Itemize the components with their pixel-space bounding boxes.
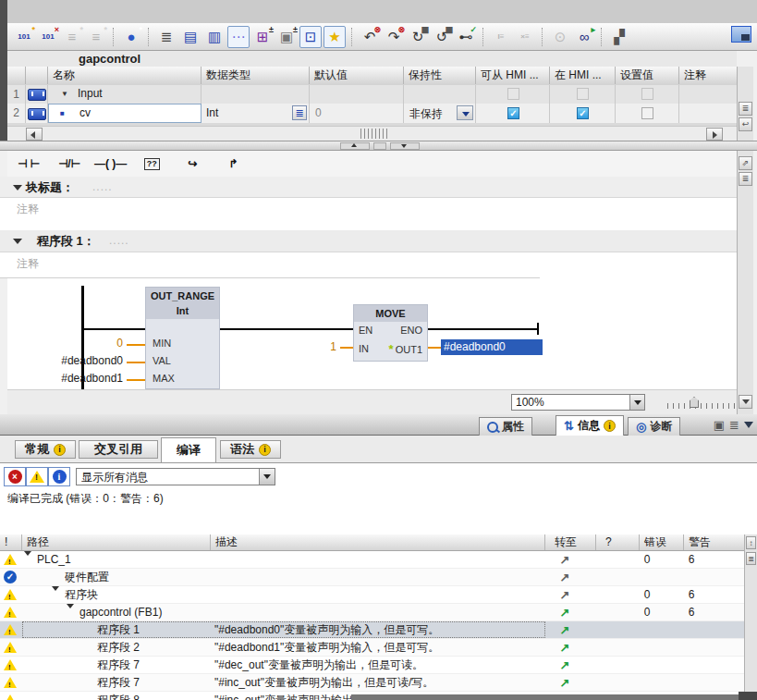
message-row[interactable]: !程序段 1"#deadbond0"变量被声明为输入，但是可写。↗ [0,621,744,639]
col-status[interactable]: ! [0,534,22,550]
col-path[interactable]: 路径 [22,534,211,550]
retain-cell[interactable]: 非保持 [404,104,476,123]
scroll-down-button[interactable] [739,395,752,409]
pane-splitter[interactable] [0,141,757,151]
col-errors[interactable]: 错误 [640,534,684,550]
col-goto[interactable]: 转至 [545,534,596,550]
val-operand[interactable]: #deadbond0 [7,354,123,367]
name-edit-cell[interactable]: ■ cv [48,104,201,123]
ladder-canvas[interactable]: OUT_RANGE Int MIN VAL MAX 0 #deadbond0 #… [7,278,737,389]
retain-dropdown-button[interactable] [457,105,473,120]
move-out-operand-selected[interactable]: #deadbond0 [441,339,543,355]
search-icon[interactable]: ⊙ [549,26,571,48]
message-vscrollbar[interactable]: ↕ ≣ [744,534,757,700]
block-title-placeholder[interactable]: ..... [92,180,113,193]
insert-row-icon[interactable]: ≡* [61,26,83,48]
collapse-arrow-icon[interactable] [13,185,22,190]
goto-arrow-icon[interactable]: ↗ [551,639,579,657]
scroll-menu-icon[interactable]: ≣ [746,552,756,565]
zoom-slider[interactable] [667,398,737,409]
col-description[interactable]: 描述 [211,534,545,550]
var-row-input[interactable]: 1 ▼ Input [7,85,737,104]
comment-cell[interactable] [679,104,737,123]
setpoint-checkbox[interactable] [641,107,653,119]
retain-cell[interactable] [404,85,476,104]
default-cell[interactable]: 0 [310,104,404,123]
splitter-up-button[interactable] [340,142,370,150]
delete-network-icon[interactable]: 101× [37,26,59,48]
goto-arrow-icon[interactable]: ↗ [551,551,579,569]
col-hmi-visible[interactable]: 在 HMI ... [550,67,616,84]
zoom-combobox[interactable]: 100% [511,394,645,411]
filter-info-button[interactable]: i [48,467,70,486]
load-snapshot-icon[interactable]: ↻▦ [407,26,429,48]
message-row[interactable]: ✓硬件配置↗ [0,569,744,586]
keep-actual-values-icon[interactable]: ●* [120,26,142,48]
message-row[interactable]: !程序段 7"#dec_out"变量被声明为输出，但是可读。↗ [0,657,744,674]
open-branch-button[interactable]: ↪ [173,153,212,175]
pan-tool-icon[interactable]: ⇗ [739,156,752,170]
col-question[interactable]: ? [596,534,640,550]
message-row[interactable]: !PLC_1↗06 [0,551,744,569]
subtab-compile[interactable]: 编译 [161,437,216,462]
editor-layout-icon[interactable] [731,26,751,43]
goto-arrow-icon[interactable]: ↗ [551,621,579,639]
filter-warnings-button[interactable]: ! [26,467,48,486]
close-branch-button[interactable]: ↱ [214,153,252,175]
subtab-general[interactable]: 常规 i [15,440,76,459]
network-1-title-placeholder[interactable]: ..... [109,234,129,247]
snapshot-camera-icon[interactable]: ▣± [275,26,298,48]
collapse-panel-icon[interactable] [744,422,753,428]
setpoint-checkbox[interactable] [641,88,653,100]
datatype-browse-button[interactable]: ≣ [292,105,307,120]
splitter-handle[interactable] [373,142,386,150]
tab-info[interactable]: ⇅ 信息 i [556,415,624,436]
redo-icon[interactable]: ↷⊗ [383,26,405,48]
compare-icon[interactable]: ▞ [608,26,630,48]
datatype-cell[interactable]: Int ≣ [201,104,310,123]
col-retain[interactable]: 保持性 [404,67,476,84]
goto-arrow-icon[interactable]: ↗ [551,657,579,674]
col-datatype[interactable]: 数据类型 [201,67,310,84]
col-name[interactable]: 名称 [48,67,201,84]
tab-properties[interactable]: 属性 [479,417,532,436]
zoom-slider-thumb[interactable] [690,397,699,408]
filter-errors-button[interactable]: × [4,467,26,486]
network-title-icon[interactable]: ▤ [179,26,201,48]
hmi-accessible-checkbox[interactable]: ✓ [507,107,519,119]
message-row[interactable]: !程序块↗06 [0,586,744,604]
goto-arrow-icon[interactable]: ↗ [551,586,579,604]
monitor-all-icon[interactable]: I≡ [490,26,512,48]
ladder-vscrollbar[interactable]: ⇗ ≣ [737,151,753,414]
nc-contact-button[interactable]: ⊣/⊢ [50,153,89,175]
hmi-visible-checkbox[interactable] [577,88,589,100]
name-cell[interactable]: ▼ Input [48,85,201,104]
hmi-visible-checkbox[interactable]: ✓ [577,107,589,119]
table-jump-icon[interactable]: ↩ [739,117,752,131]
scroll-right-button[interactable] [706,128,723,141]
splitter-down-button[interactable] [390,142,420,150]
no-contact-button[interactable]: ⊣ ⊢ [9,153,48,175]
coil-button[interactable]: —( )— [91,153,130,175]
col-setpoint[interactable]: 设置值 [616,67,679,84]
var-table-vscrollbar[interactable]: ≣ ↩ [737,67,753,141]
scroll-left-button[interactable] [26,128,43,141]
list-view-icon[interactable]: ≣ [729,418,739,432]
col-hmi-accessible[interactable]: 可从 HMI ... [476,67,550,84]
move-in-operand[interactable]: 1 [285,340,336,353]
hmi-accessible-checkbox[interactable] [507,88,519,100]
modify-all-icon[interactable]: ×≡ [514,26,536,48]
tab-diagnostics[interactable]: ◎ 诊断 [628,417,680,436]
block-title-section[interactable]: 块标题： ..... [0,177,737,198]
message-row[interactable]: !程序段 7"#inc_out"变量被声明为输出，但是可读/写。↗ [0,674,744,692]
goto-arrow-icon[interactable]: ↗ [551,604,579,621]
message-row[interactable]: !程序段 2"#deadbond1"变量被声明为输入，但是可写。↗ [0,639,744,657]
zoom-dropdown-button[interactable] [629,395,644,410]
block-comment-area[interactable]: 注释 [0,198,737,230]
subtab-cross-references[interactable]: 交叉引用 [79,440,158,459]
filter-dropdown-button[interactable] [259,469,275,485]
scrollbar-grip[interactable] [360,129,388,139]
network-comment-icon[interactable]: ▥ [203,26,226,48]
window-resize-corner[interactable] [739,692,757,700]
comments-toggle-icon[interactable]: ⋯ [227,26,250,48]
